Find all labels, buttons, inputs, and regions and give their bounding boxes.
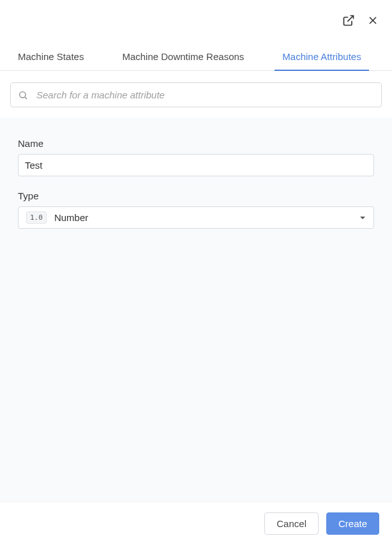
type-badge: 1.0 bbox=[26, 211, 47, 224]
button-label: Cancel bbox=[276, 518, 306, 529]
chevron-down-icon bbox=[359, 215, 366, 221]
search-input[interactable] bbox=[10, 82, 382, 107]
name-label: Name bbox=[18, 138, 374, 149]
tab-label: Machine Downtime Reasons bbox=[122, 51, 244, 62]
tabs-bar: Machine States Machine Downtime Reasons … bbox=[0, 43, 392, 71]
create-button[interactable]: Create bbox=[326, 512, 379, 535]
footer-actions: Cancel Create bbox=[0, 502, 392, 545]
form-area: Name Type 1.0 Number bbox=[0, 118, 392, 504]
tab-machine-states[interactable]: Machine States bbox=[10, 43, 91, 71]
search-icon bbox=[18, 90, 28, 100]
close-icon[interactable] bbox=[366, 14, 379, 29]
cancel-button[interactable]: Cancel bbox=[264, 512, 319, 535]
tab-machine-downtime-reasons[interactable]: Machine Downtime Reasons bbox=[114, 43, 252, 71]
type-label: Type bbox=[18, 190, 374, 201]
tab-label: Machine States bbox=[18, 51, 84, 62]
type-value: Number bbox=[54, 212, 359, 223]
name-field[interactable] bbox=[18, 154, 374, 176]
button-label: Create bbox=[338, 518, 367, 529]
type-select[interactable]: 1.0 Number bbox=[18, 206, 374, 229]
svg-line-0 bbox=[347, 16, 353, 22]
tab-machine-attributes[interactable]: Machine Attributes bbox=[275, 43, 368, 71]
search-container bbox=[0, 71, 392, 118]
svg-point-3 bbox=[20, 91, 26, 97]
open-external-icon[interactable] bbox=[342, 14, 355, 29]
svg-line-4 bbox=[25, 97, 27, 99]
tab-label: Machine Attributes bbox=[282, 51, 361, 62]
